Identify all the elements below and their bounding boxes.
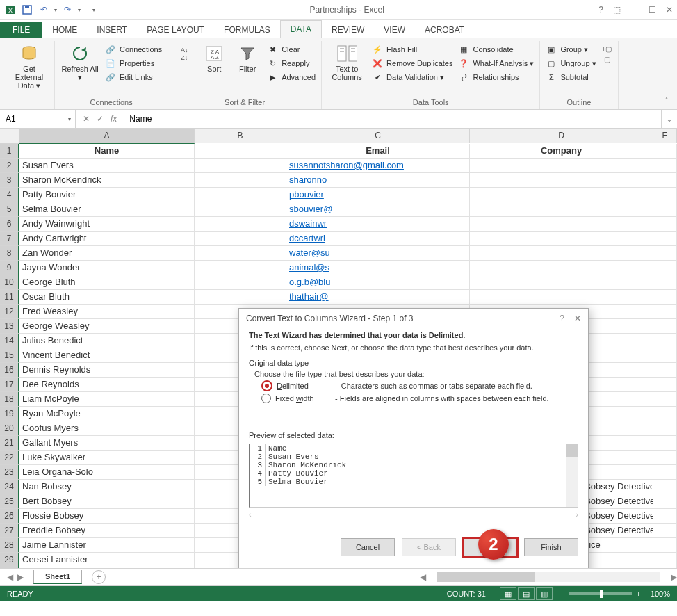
- tab-acrobat[interactable]: ACROBAT: [415, 22, 474, 38]
- remove-duplicates-button[interactable]: ❌Remove Duplicates: [372, 58, 452, 69]
- fixed-width-label[interactable]: Fixed width: [275, 394, 331, 403]
- edit-links-button[interactable]: 🔗Edit Links: [105, 72, 162, 83]
- delimited-label[interactable]: Delimited: [277, 382, 332, 390]
- zoom-slider[interactable]: [569, 592, 632, 595]
- tab-formulas[interactable]: FORMULAS: [214, 22, 280, 38]
- cell-C11[interactable]: thathair@: [286, 290, 470, 305]
- sheet-tab-sheet1[interactable]: Sheet1: [33, 570, 82, 584]
- cell-D3[interactable]: [470, 173, 653, 188]
- cell-B9[interactable]: [195, 261, 286, 275]
- undo-icon[interactable]: ↶: [38, 3, 50, 16]
- tab-review[interactable]: REVIEW: [322, 22, 374, 38]
- cell-C2[interactable]: susannotsharon@gmail.com: [286, 159, 470, 173]
- cell-C10[interactable]: o.g.b@blu: [286, 275, 470, 290]
- properties-button[interactable]: 📄Properties: [105, 58, 162, 69]
- cell-E25[interactable]: [653, 494, 677, 509]
- cell-A4[interactable]: Patty Bouvier: [19, 188, 195, 202]
- col-header-D[interactable]: D: [470, 129, 653, 143]
- cell-C6[interactable]: dswainwr: [286, 217, 470, 232]
- cell-B7[interactable]: [195, 232, 286, 246]
- redo-icon[interactable]: ↷: [61, 3, 74, 16]
- data-validation-button[interactable]: ✔Data Validation ▾: [372, 72, 452, 83]
- cell-A24[interactable]: Nan Bobsey: [19, 480, 195, 494]
- row-header-25[interactable]: 25: [0, 494, 19, 509]
- row-header-18[interactable]: 18: [0, 392, 19, 407]
- tab-nav-next-icon[interactable]: ▶: [17, 572, 24, 582]
- zoom-in-button[interactable]: +: [636, 590, 640, 598]
- row-header-6[interactable]: 6: [0, 217, 19, 232]
- row-header-14[interactable]: 14: [0, 334, 19, 348]
- delimited-radio[interactable]: [261, 380, 272, 391]
- formula-input[interactable]: [128, 113, 660, 124]
- outline-expand-icon[interactable]: +▢: [602, 45, 612, 53]
- cell-E16[interactable]: [653, 363, 677, 378]
- row-header-22[interactable]: 22: [0, 451, 19, 465]
- qat-customize-icon[interactable]: ▾: [88, 7, 95, 13]
- row-header-19[interactable]: 19: [0, 407, 19, 421]
- row-header-20[interactable]: 20: [0, 421, 19, 436]
- row-header-9[interactable]: 9: [0, 261, 19, 275]
- cell-A2[interactable]: Susan Evers: [19, 159, 195, 173]
- row-header-5[interactable]: 5: [0, 202, 19, 217]
- cell-D11[interactable]: [470, 290, 653, 305]
- cell-A10[interactable]: George Bluth: [19, 275, 195, 290]
- dialog-help-icon[interactable]: ?: [560, 314, 564, 323]
- dialog-close-icon[interactable]: ✕: [574, 314, 581, 323]
- cell-E20[interactable]: [653, 421, 677, 436]
- minimize-icon[interactable]: —: [630, 5, 639, 15]
- cell-B6[interactable]: [195, 217, 286, 232]
- row-header-8[interactable]: 8: [0, 246, 19, 261]
- cell-A17[interactable]: Dee Reynolds: [19, 378, 195, 392]
- cell-E7[interactable]: [653, 232, 677, 246]
- cell-A18[interactable]: Liam McPoyle: [19, 392, 195, 407]
- preview-scrollbar[interactable]: [566, 444, 578, 507]
- cell-A28[interactable]: Jaime Lannister: [19, 538, 195, 553]
- clear-button[interactable]: ✖Clear: [267, 44, 316, 55]
- enter-formula-icon[interactable]: ✓: [97, 114, 104, 124]
- row-header-10[interactable]: 10: [0, 275, 19, 290]
- cell-D8[interactable]: [470, 246, 653, 261]
- consolidate-button[interactable]: ▦Consolidate: [458, 44, 534, 55]
- help-icon[interactable]: ?: [598, 5, 603, 15]
- select-all-corner[interactable]: [0, 129, 19, 144]
- subtotal-button[interactable]: ΣSubtotal: [546, 72, 596, 83]
- filter-button[interactable]: Filter: [234, 41, 261, 73]
- row-header-7[interactable]: 7: [0, 232, 19, 246]
- zoom-out-button[interactable]: −: [561, 590, 565, 598]
- cell-A21[interactable]: Gallant Myers: [19, 436, 195, 451]
- name-box[interactable]: ▾: [0, 110, 76, 128]
- cell-D7[interactable]: [470, 232, 653, 246]
- row-header-30[interactable]: 30: [0, 567, 19, 569]
- cell-B1[interactable]: [195, 144, 286, 159]
- row-header-1[interactable]: 1: [0, 144, 19, 159]
- cell-E18[interactable]: [653, 392, 677, 407]
- cell-E2[interactable]: [653, 159, 677, 173]
- cell-E28[interactable]: [653, 538, 677, 553]
- cell-B2[interactable]: [195, 159, 286, 173]
- cell-A26[interactable]: Flossie Bobsey: [19, 509, 195, 524]
- row-header-2[interactable]: 2: [0, 159, 19, 173]
- get-external-data-button[interactable]: Get External Data ▾: [10, 41, 49, 90]
- cell-B8[interactable]: [195, 246, 286, 261]
- cell-A14[interactable]: Julius Benedict: [19, 334, 195, 348]
- tab-data[interactable]: DATA: [280, 20, 322, 38]
- tab-nav-prev-icon[interactable]: ◀: [7, 572, 13, 582]
- cell-B3[interactable]: [195, 173, 286, 188]
- cell-E3[interactable]: [653, 173, 677, 188]
- cell-C8[interactable]: water@su: [286, 246, 470, 261]
- cell-A12[interactable]: Fred Weasley: [19, 305, 195, 319]
- hscroll-left-icon[interactable]: ◀: [420, 572, 426, 582]
- what-if-button[interactable]: ❓What-If Analysis ▾: [458, 58, 534, 69]
- horizontal-scrollbar[interactable]: [437, 572, 660, 582]
- cell-B5[interactable]: [195, 202, 286, 217]
- group-button[interactable]: ▣Group ▾: [546, 44, 596, 55]
- cell-A11[interactable]: Oscar Bluth: [19, 290, 195, 305]
- cell-E6[interactable]: [653, 217, 677, 232]
- formula-bar-expand-icon[interactable]: ⌄: [661, 110, 677, 128]
- connections-button[interactable]: 🔗Connections: [105, 44, 162, 55]
- refresh-all-button[interactable]: Refresh All ▾: [60, 41, 99, 81]
- cell-E12[interactable]: [653, 305, 677, 319]
- row-header-15[interactable]: 15: [0, 348, 19, 363]
- cell-E21[interactable]: [653, 436, 677, 451]
- cell-D9[interactable]: [470, 261, 653, 275]
